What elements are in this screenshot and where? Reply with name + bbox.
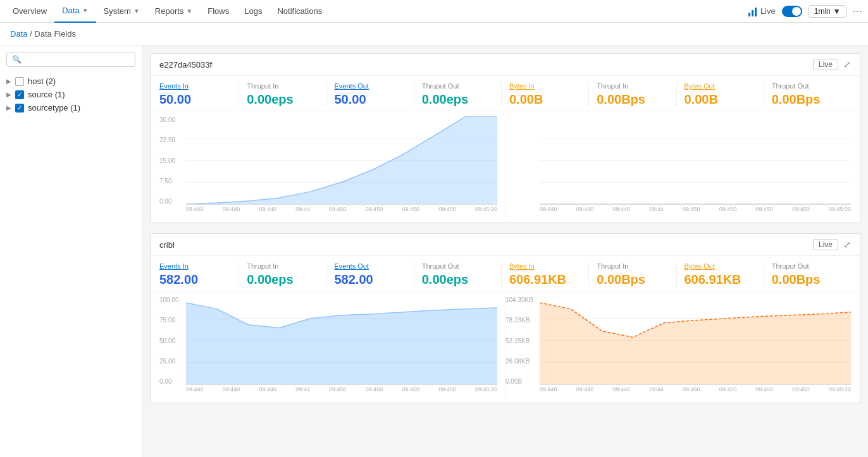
thruput-out-value-2: 0.00eps [422,272,493,287]
thruput-out-value-1: 0.00eps [422,92,493,107]
search-box[interactable]: 🔍 [6,52,135,67]
chart-2-left-x-labels: 09:440 09:440 09:440 09:44 09:450 09:450… [186,386,497,393]
card-2-expand-icon[interactable]: ⤢ [843,240,851,250]
chart-1-left-area [186,116,497,205]
filter-sourcetype-label: sourcetype (1) [28,103,80,113]
data-card-1: e227da45033f Live ⤢ Events In 50.00 Thru… [150,53,860,223]
metric-events-out-2: Events Out 582.00 [327,262,414,287]
thruput-in-label-1: Thruput In [247,82,318,90]
bytes-thruput-in-label-2: Thruput In [597,262,668,270]
thruput-out-label-1: Thruput Out [422,82,493,90]
metric-bytes-in-1: Bytes In 0.00B [502,82,589,107]
filter-sourcetype[interactable]: ▶ ✓ sourcetype (1) [6,101,135,114]
bytes-thruput-out-label-1: Thruput Out [772,82,843,90]
events-out-label-2[interactable]: Events Out [335,262,406,270]
nav-reports[interactable]: Reports ▼ [147,0,200,23]
bytes-in-value-2: 606.91KB [509,272,581,287]
card-2-live-badge[interactable]: Live [813,239,838,250]
chart-2-left-y-labels: 100.00 75.00 50.00 25.00 0.00 [159,296,183,385]
card-1-header: e227da45033f Live ⤢ [151,54,860,76]
top-navigation: Overview Data ▼ System ▼ Reports ▼ Flows… [0,0,868,23]
sourcetype-checkbox[interactable]: ✓ [15,104,24,113]
content-area: e227da45033f Live ⤢ Events In 50.00 Thru… [142,46,868,457]
card-1-expand-icon[interactable]: ⤢ [843,59,851,70]
nav-system[interactable]: System ▼ [96,0,147,23]
filter-source-label: source (1) [28,90,65,99]
events-out-label-1[interactable]: Events Out [335,82,406,90]
card-1-live-badge[interactable]: Live [813,59,838,70]
expand-arrow-icon: ▶ [6,91,11,98]
filter-source[interactable]: ▶ ✓ source (1) [6,88,135,101]
bytes-out-label-1[interactable]: Bytes Out [685,82,756,90]
search-input[interactable] [25,55,130,64]
nav-logs[interactable]: Logs [237,0,270,23]
live-indicator: Live [748,6,776,16]
time-selector-value: 1min [814,7,831,16]
chart-1-right-area [540,116,851,205]
metric-thruput-in-2: Thruput In 0.00eps [239,262,326,287]
card-1-title: e227da45033f [159,60,212,70]
bytes-thruput-out-label-2: Thruput Out [772,262,843,270]
time-selector-caret: ▼ [833,7,841,16]
chart-1-left: 30.00 22.50 15.00 7.50 0.00 [159,116,497,217]
metric-events-out-1: Events Out 50.00 [327,82,414,107]
chart-1-right-x-labels: 09:440 09:440 09:440 09:44 09:450 09:450… [540,206,851,212]
expand-arrow-icon: ▶ [6,78,11,85]
metric-bytes-thruput-in-1: Thruput In 0.00Bps [589,82,676,107]
bytes-in-label-1[interactable]: Bytes In [509,82,581,90]
source-checkbox[interactable]: ✓ [15,90,24,99]
live-bars-icon [748,6,757,16]
breadcrumb-parent[interactable]: Data [10,29,27,39]
metric-thruput-out-2: Thruput Out 0.00eps [414,262,502,287]
nav-data[interactable]: Data ▼ [54,0,96,23]
nav-notifications[interactable]: Notifications [270,0,330,23]
thruput-in-label-2: Thruput In [247,262,318,270]
card-1-charts: 30.00 22.50 15.00 7.50 0.00 [151,111,860,222]
system-dropdown-caret: ▼ [133,8,140,15]
chart-2-right: 104.30KB 78.23KB 52.15KB 26.08KB 0.00B [505,296,851,398]
card-1-metrics: Events In 50.00 Thruput In 0.00eps Event… [151,76,860,111]
bytes-thruput-out-value-2: 0.00Bps [772,272,843,287]
data-card-2: cribl Live ⤢ Events In 582.00 Thruput In… [150,233,860,403]
metric-bytes-thruput-out-1: Thruput Out 0.00Bps [764,82,851,107]
metric-events-in-2: Events In 582.00 [159,262,239,287]
chart-2-right-area [540,296,851,385]
chart-1-right-y-labels [505,116,530,205]
card-2-charts: 100.00 75.00 50.00 25.00 0.00 [151,291,860,403]
bytes-out-value-2: 606.91KB [685,272,756,287]
bytes-thruput-in-value-1: 0.00Bps [597,92,668,107]
search-icon: 🔍 [12,55,22,64]
card-2-metrics: Events In 582.00 Thruput In 0.00eps Even… [151,256,860,291]
chart-1-left-y-labels: 30.00 22.50 15.00 7.50 0.00 [159,116,183,205]
live-toggle[interactable] [782,6,802,17]
filter-host-label: host (2) [28,76,56,86]
chart-2-left: 100.00 75.00 50.00 25.00 0.00 [159,296,497,398]
filter-host[interactable]: ▶ host (2) [6,75,135,88]
time-selector[interactable]: 1min ▼ [809,5,846,18]
data-dropdown-caret: ▼ [82,7,89,14]
events-in-label-1[interactable]: Events In [159,82,231,90]
chart-2-left-area [186,296,497,385]
metric-thruput-in-1: Thruput In 0.00eps [239,82,326,107]
host-checkbox[interactable] [15,77,24,86]
metric-bytes-out-1: Bytes Out 0.00B [677,82,764,107]
events-in-label-2[interactable]: Events In [159,262,231,270]
chart-1-left-x-labels: 09:440 09:440 09:440 09:44 09:450 09:450… [186,206,497,212]
bytes-in-value-1: 0.00B [509,92,581,107]
bytes-out-label-2[interactable]: Bytes Out [685,262,756,270]
card-1-actions: Live ⤢ [813,59,851,70]
reports-dropdown-caret: ▼ [186,8,192,15]
chart-2-right-y-labels: 104.30KB 78.23KB 52.15KB 26.08KB 0.00B [505,296,530,385]
card-2-actions: Live ⤢ [813,239,851,250]
nav-overview[interactable]: Overview [5,0,54,23]
metric-thruput-out-1: Thruput Out 0.00eps [414,82,502,107]
card-2-header: cribl Live ⤢ [151,234,860,256]
thruput-in-value-1: 0.00eps [247,92,318,107]
more-options-button[interactable]: ··· [853,6,863,17]
nav-flows[interactable]: Flows [200,0,237,23]
chart-2-right-x-labels: 09:440 09:440 09:440 09:44 09:450 09:450… [540,386,851,393]
bytes-in-label-2[interactable]: Bytes In [509,262,581,270]
card-2-title: cribl [159,240,175,250]
events-out-value-1: 50.00 [335,92,406,107]
bytes-out-value-1: 0.00B [685,92,756,107]
